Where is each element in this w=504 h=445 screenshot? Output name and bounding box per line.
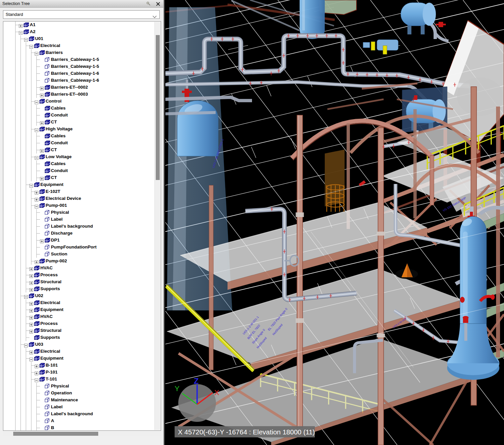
tree-item[interactable]: Barriers-ET--0003: [3, 91, 155, 98]
tree-item[interactable]: Electrical: [3, 348, 155, 355]
tree-item[interactable]: U03: [3, 341, 155, 348]
tree-item[interactable]: Barriers_Cableway-1-5: [3, 56, 155, 63]
tree-item[interactable]: Pump-002: [3, 258, 155, 265]
tree-expander-plus-icon[interactable]: [29, 315, 33, 319]
tree-item[interactable]: Process: [3, 320, 155, 327]
tree-item[interactable]: Structural: [3, 327, 155, 334]
tree-expander-minus-icon[interactable]: [35, 204, 38, 207]
tree-item[interactable]: B-101: [3, 362, 155, 369]
tree-item[interactable]: Operation: [3, 390, 155, 397]
tree-expander-plus-icon[interactable]: [35, 371, 38, 374]
tree-item[interactable]: U01: [3, 35, 155, 42]
tree-item[interactable]: Cables: [3, 133, 155, 140]
tree-item[interactable]: DP1: [3, 237, 155, 244]
tree-expander-minus-icon[interactable]: [29, 357, 33, 360]
pushpin-icon[interactable]: [146, 1, 151, 7]
tree-expander-plus-icon[interactable]: [29, 280, 33, 284]
tree-item[interactable]: Control: [3, 98, 155, 105]
tree-item[interactable]: Cables: [3, 105, 155, 112]
tree-expander-plus-icon[interactable]: [29, 266, 33, 270]
tree-item[interactable]: Equipment: [3, 355, 155, 362]
tree-item[interactable]: Suction: [3, 251, 155, 258]
tree-item[interactable]: Supports: [3, 286, 155, 292]
tree-item[interactable]: HVAC: [3, 313, 155, 320]
tree-item[interactable]: Discharge: [3, 230, 155, 237]
tree-item[interactable]: B: [3, 424, 155, 431]
scrollbar-thumb[interactable]: [156, 35, 160, 180]
tree-expander-plus-icon[interactable]: [29, 350, 33, 353]
tree-expander-plus-icon[interactable]: [35, 259, 38, 263]
tree-expander-minus-icon[interactable]: [35, 51, 38, 55]
tree-item[interactable]: PumpFoundationPort: [3, 244, 155, 251]
tree-item[interactable]: Label's background: [3, 411, 155, 418]
tree-expander-minus-icon[interactable]: [29, 183, 33, 187]
tree-expander-minus-icon[interactable]: [24, 343, 28, 346]
tree-item[interactable]: A: [3, 418, 155, 424]
tree-expander-plus-icon[interactable]: [35, 197, 38, 200]
tree-item[interactable]: CT: [3, 147, 155, 154]
tree-expander-plus-icon[interactable]: [29, 329, 33, 333]
tree-expander-plus-icon[interactable]: [40, 120, 44, 124]
tree-item[interactable]: High Voltage: [3, 126, 155, 133]
selection-tree[interactable]: A1A2U01ElectricalBarriersBarriers_Cablew…: [3, 21, 161, 431]
tree-expander-plus-icon[interactable]: [29, 287, 33, 291]
tree-item[interactable]: Low Voltage: [3, 154, 155, 160]
tree-item[interactable]: Cables: [3, 160, 155, 167]
tree-item[interactable]: CT: [3, 119, 155, 126]
tree-expander-minus-icon[interactable]: [35, 100, 38, 103]
tree-item[interactable]: Conduit: [3, 140, 155, 147]
tree-item[interactable]: Process: [3, 272, 155, 279]
tree-item[interactable]: E-102T: [3, 188, 155, 195]
tree-item[interactable]: A1: [3, 22, 155, 28]
tree-item[interactable]: Equipment: [3, 181, 155, 188]
tree-item[interactable]: HVAC: [3, 265, 155, 272]
tree-item[interactable]: Conduit: [3, 112, 155, 119]
tree-expander-minus-icon[interactable]: [35, 127, 38, 131]
tree-expander-plus-icon[interactable]: [29, 308, 33, 312]
tree-item[interactable]: Electrical: [3, 42, 155, 49]
tree-expander-minus-icon[interactable]: [24, 294, 28, 298]
tree-expander-plus-icon[interactable]: [35, 190, 38, 194]
tree-expander-plus-icon[interactable]: [29, 322, 33, 326]
tree-item[interactable]: Label: [3, 216, 155, 223]
tree-item[interactable]: Structural: [3, 279, 155, 286]
tree-item[interactable]: Barriers_Cableway-1-6: [3, 77, 155, 84]
tree-item[interactable]: Conduit: [3, 167, 155, 174]
tree-expander-plus-icon[interactable]: [29, 273, 33, 277]
tree-mode-select[interactable]: Standard: [3, 10, 160, 19]
tree-item[interactable]: Electrical Device: [3, 195, 155, 202]
tree-expander-plus-icon[interactable]: [29, 301, 33, 305]
tree-expander-plus-icon[interactable]: [40, 148, 44, 152]
tree-item[interactable]: Physical: [3, 209, 155, 216]
tree-item[interactable]: Barriers_Cableway-1-6: [3, 70, 155, 77]
tree-expander-minus-icon[interactable]: [24, 37, 28, 41]
panel-header[interactable]: Selection Tree: [0, 0, 163, 8]
tree-expander-plus-icon[interactable]: [40, 93, 44, 96]
close-icon[interactable]: [156, 1, 160, 7]
tree-item[interactable]: Label's background: [3, 223, 155, 230]
3d-scene[interactable]: U03-1-W-5001-C001-1VS-102 Status: WIPU03…: [165, 0, 504, 445]
tree-item[interactable]: Pump-001: [3, 202, 155, 209]
tree-item[interactable]: Equipment: [3, 306, 155, 313]
tree-item[interactable]: Physical: [3, 383, 155, 390]
tree-item[interactable]: Electrical: [3, 299, 155, 306]
tree-item[interactable]: Supports: [3, 334, 155, 341]
tree-expander-minus-icon[interactable]: [35, 155, 38, 159]
vertical-scrollbar[interactable]: [154, 22, 160, 430]
scrollbar-thumb[interactable]: [13, 432, 98, 436]
model-viewport[interactable]: U03-1-W-5001-C001-1VS-102 Status: WIPU03…: [165, 0, 504, 445]
tree-expander-plus-icon[interactable]: [35, 364, 38, 367]
tree-expander-plus-icon[interactable]: [40, 86, 44, 89]
tree-item[interactable]: Barriers: [3, 49, 155, 56]
tree-item[interactable]: Label: [3, 404, 155, 411]
tree-expander-plus-icon[interactable]: [40, 176, 44, 180]
tree-expander-plus-icon[interactable]: [19, 23, 22, 27]
tree-item[interactable]: Maintenance: [3, 397, 155, 404]
tree-item[interactable]: T-101: [3, 376, 155, 383]
tree-expander-minus-icon[interactable]: [35, 378, 38, 381]
horizontal-scrollbar[interactable]: [3, 431, 161, 436]
tree-expander-minus-icon[interactable]: [19, 30, 22, 34]
tree-item[interactable]: A2: [3, 28, 155, 35]
tree-item[interactable]: Barriers_Cableway-1-5: [3, 63, 155, 70]
tree-item[interactable]: P-101: [3, 369, 155, 376]
